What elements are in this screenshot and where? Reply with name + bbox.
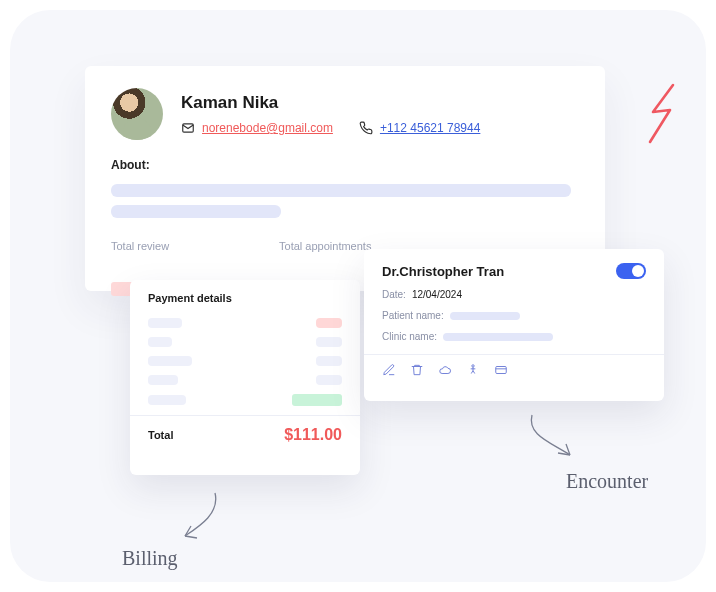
bolt-scribble-icon <box>638 80 688 150</box>
payment-row <box>148 318 342 328</box>
payment-row <box>148 375 342 385</box>
patient-label: Patient name: <box>382 310 444 321</box>
doctor-name: Dr.Christopher Tran <box>382 264 504 279</box>
billing-arrow-icon <box>170 488 230 548</box>
card-icon[interactable] <box>494 363 508 377</box>
about-skeleton-line <box>111 184 571 197</box>
total-review-label: Total review <box>111 240 169 252</box>
date-value: 12/04/2024 <box>412 289 462 300</box>
total-appointments-label: Total appointments <box>279 240 371 252</box>
clinic-label: Clinic name: <box>382 331 437 342</box>
avatar <box>111 88 163 140</box>
about-label: About: <box>111 158 579 172</box>
divider <box>130 415 360 416</box>
payment-row <box>148 356 342 366</box>
patient-line: Patient name: <box>382 310 646 321</box>
cloud-icon[interactable] <box>438 363 452 377</box>
payment-row <box>148 337 342 347</box>
total-value: $111.00 <box>284 426 342 444</box>
encounter-annotation: Encounter <box>566 470 648 493</box>
clinic-line: Clinic name: <box>382 331 646 342</box>
total-label: Total <box>148 429 173 441</box>
encounter-header: Dr.Christopher Tran <box>382 263 646 279</box>
payment-card: Payment details Total $111.00 <box>130 280 360 475</box>
encounter-card: Dr.Christopher Tran Date: 12/04/2024 Pat… <box>364 249 664 401</box>
billing-annotation: Billing <box>122 547 178 570</box>
payment-rows <box>148 318 342 406</box>
encounter-arrow-icon <box>522 410 592 470</box>
phone-item: +112 45621 78944 <box>359 121 480 135</box>
phone-icon <box>359 121 373 135</box>
canvas: Kaman Nika norenebode@gmail.com +112 456… <box>10 10 706 582</box>
encounter-toolbar <box>382 363 646 377</box>
profile-name: Kaman Nika <box>181 93 480 113</box>
payment-title: Payment details <box>148 292 342 304</box>
about-skeleton-line <box>111 205 281 218</box>
phone-link[interactable]: +112 45621 78944 <box>380 121 480 135</box>
clinic-skeleton <box>443 333 553 341</box>
profile-header: Kaman Nika norenebode@gmail.com +112 456… <box>111 88 579 140</box>
email-link[interactable]: norenebode@gmail.com <box>202 121 333 135</box>
patient-skeleton <box>450 312 520 320</box>
total-row: Total $111.00 <box>148 426 342 444</box>
divider <box>364 354 664 355</box>
mail-icon <box>181 121 195 135</box>
svg-point-1 <box>472 365 474 367</box>
encounter-toggle[interactable] <box>616 263 646 279</box>
svg-rect-2 <box>496 367 507 374</box>
date-label: Date: <box>382 289 406 300</box>
edit-icon[interactable] <box>382 363 396 377</box>
date-line: Date: 12/04/2024 <box>382 289 646 300</box>
person-icon[interactable] <box>466 363 480 377</box>
email-item: norenebode@gmail.com <box>181 121 333 135</box>
contact-row: norenebode@gmail.com +112 45621 78944 <box>181 121 480 135</box>
payment-row <box>148 394 342 406</box>
delete-icon[interactable] <box>410 363 424 377</box>
